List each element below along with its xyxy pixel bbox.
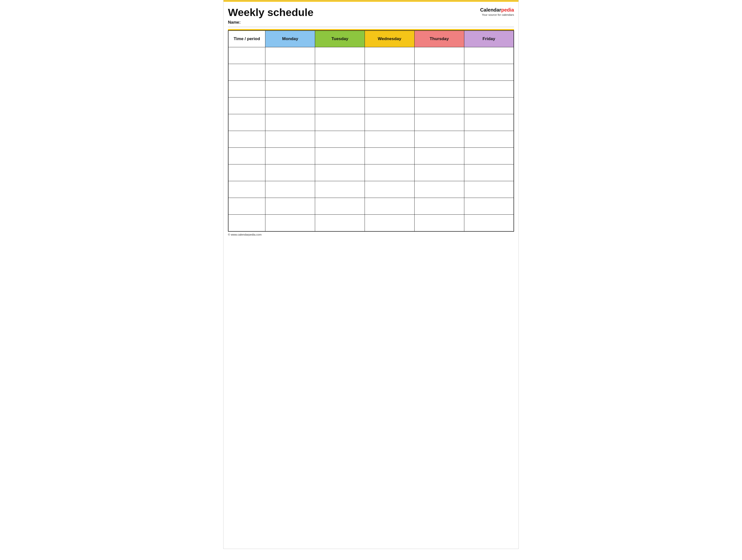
cell-row1-col5[interactable]	[464, 64, 514, 81]
cell-row4-col1[interactable]	[265, 114, 315, 131]
cell-row2-col2[interactable]	[315, 81, 365, 98]
cell-row2-col5[interactable]	[464, 81, 514, 98]
col-header-friday: Friday	[464, 31, 514, 47]
cell-row3-col5[interactable]	[464, 98, 514, 114]
cell-row2-col0[interactable]	[228, 81, 265, 98]
cell-row9-col1[interactable]	[265, 198, 315, 215]
col-header-tuesday: Tuesday	[315, 31, 365, 47]
cell-row4-col5[interactable]	[464, 114, 514, 131]
cell-row10-col5[interactable]	[464, 215, 514, 231]
cell-row4-col0[interactable]	[228, 114, 265, 131]
cell-row0-col1[interactable]	[265, 47, 315, 64]
cell-row6-col5[interactable]	[464, 148, 514, 164]
cell-row4-col3[interactable]	[365, 114, 414, 131]
cell-row1-col4[interactable]	[414, 64, 464, 81]
cell-row9-col0[interactable]	[228, 198, 265, 215]
cell-row6-col0[interactable]	[228, 148, 265, 164]
cell-row6-col4[interactable]	[414, 148, 464, 164]
cell-row9-col5[interactable]	[464, 198, 514, 215]
cell-row2-col3[interactable]	[365, 81, 414, 98]
col-header-wednesday: Wednesday	[365, 31, 414, 47]
cell-row8-col1[interactable]	[265, 181, 315, 198]
cell-row4-col4[interactable]	[414, 114, 464, 131]
cell-row3-col2[interactable]	[315, 98, 365, 114]
table-row	[228, 114, 514, 131]
cell-row1-col2[interactable]	[315, 64, 365, 81]
table-row	[228, 131, 514, 148]
name-label: Name:	[228, 20, 514, 27]
cell-row8-col5[interactable]	[464, 181, 514, 198]
table-row	[228, 181, 514, 198]
table-header-row: Time / period Monday Tuesday Wednesday T…	[228, 31, 514, 47]
cell-row10-col2[interactable]	[315, 215, 365, 231]
cell-row8-col0[interactable]	[228, 181, 265, 198]
cell-row7-col5[interactable]	[464, 164, 514, 181]
cell-row3-col0[interactable]	[228, 98, 265, 114]
cell-row8-col4[interactable]	[414, 181, 464, 198]
page-title: Weekly schedule	[228, 7, 313, 18]
cell-row6-col2[interactable]	[315, 148, 365, 164]
col-header-monday: Monday	[265, 31, 315, 47]
table-row	[228, 47, 514, 64]
cell-row7-col3[interactable]	[365, 164, 414, 181]
table-row	[228, 215, 514, 231]
cell-row7-col4[interactable]	[414, 164, 464, 181]
schedule-table: Time / period Monday Tuesday Wednesday T…	[228, 30, 514, 232]
cell-row9-col3[interactable]	[365, 198, 414, 215]
cell-row1-col0[interactable]	[228, 64, 265, 81]
cell-row5-col5[interactable]	[464, 131, 514, 148]
cell-row10-col4[interactable]	[414, 215, 464, 231]
brand-logo: Calendarpedia Your source for calendars	[480, 7, 514, 17]
cell-row0-col5[interactable]	[464, 47, 514, 64]
cell-row5-col0[interactable]	[228, 131, 265, 148]
table-row	[228, 81, 514, 98]
cell-row0-col4[interactable]	[414, 47, 464, 64]
cell-row6-col1[interactable]	[265, 148, 315, 164]
cell-row4-col2[interactable]	[315, 114, 365, 131]
cell-row3-col4[interactable]	[414, 98, 464, 114]
page-wrapper: Weekly schedule Calendarpedia Your sourc…	[223, 0, 519, 549]
cell-row8-col2[interactable]	[315, 181, 365, 198]
cell-row2-col1[interactable]	[265, 81, 315, 98]
cell-row6-col3[interactable]	[365, 148, 414, 164]
cell-row7-col1[interactable]	[265, 164, 315, 181]
cell-row9-col2[interactable]	[315, 198, 365, 215]
cell-row8-col3[interactable]	[365, 181, 414, 198]
top-accent-bar	[223, 0, 519, 2]
table-row	[228, 148, 514, 164]
cell-row5-col3[interactable]	[365, 131, 414, 148]
table-row	[228, 98, 514, 114]
brand-name-part2: pedia	[501, 7, 514, 12]
cell-row5-col4[interactable]	[414, 131, 464, 148]
table-row	[228, 198, 514, 215]
cell-row1-col3[interactable]	[365, 64, 414, 81]
cell-row3-col3[interactable]	[365, 98, 414, 114]
cell-row10-col3[interactable]	[365, 215, 414, 231]
cell-row10-col1[interactable]	[265, 215, 315, 231]
cell-row0-col2[interactable]	[315, 47, 365, 64]
cell-row10-col0[interactable]	[228, 215, 265, 231]
cell-row5-col2[interactable]	[315, 131, 365, 148]
cell-row1-col1[interactable]	[265, 64, 315, 81]
cell-row0-col0[interactable]	[228, 47, 265, 64]
footer-url: © www.calendarpedia.com	[228, 233, 514, 236]
cell-row3-col1[interactable]	[265, 98, 315, 114]
brand-tagline: Your source for calendars	[480, 13, 514, 17]
cell-row7-col2[interactable]	[315, 164, 365, 181]
col-header-thursday: Thursday	[414, 31, 464, 47]
cell-row7-col0[interactable]	[228, 164, 265, 181]
brand-name: Calendarpedia	[480, 7, 514, 13]
brand-name-part1: Calendar	[480, 7, 501, 12]
cell-row2-col4[interactable]	[414, 81, 464, 98]
cell-row5-col1[interactable]	[265, 131, 315, 148]
cell-row0-col3[interactable]	[365, 47, 414, 64]
cell-row9-col4[interactable]	[414, 198, 464, 215]
table-row	[228, 164, 514, 181]
table-row	[228, 64, 514, 81]
header-row: Weekly schedule Calendarpedia Your sourc…	[228, 7, 514, 18]
col-header-time: Time / period	[228, 31, 265, 47]
